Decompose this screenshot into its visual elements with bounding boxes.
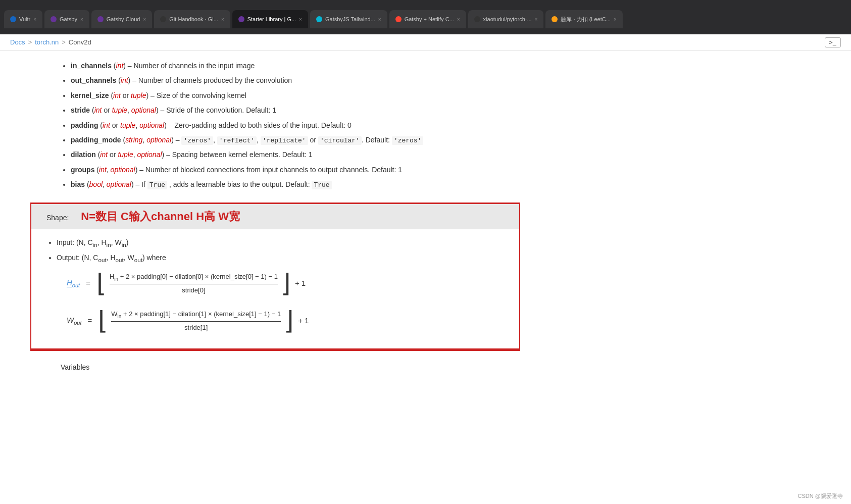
tab-gatsbyjs-tailwind-label: GatsbyJS Tailwind... [325, 16, 375, 22]
breadcrumb-sep2: > [62, 38, 66, 46]
param-groups-type: int [99, 166, 107, 174]
param-stride-type2: tuple [112, 106, 127, 114]
xiaotudui-favicon [474, 16, 480, 22]
tab-leetcode[interactable]: 题库 · 力扣 (LeetC... × [545, 10, 622, 28]
param-padding-mode-or2: or [310, 136, 318, 144]
param-bias-name: bias [71, 180, 85, 188]
param-kernel-size-tuple: tuple [131, 91, 146, 99]
param-in-channels-type: int [116, 62, 123, 70]
param-groups: groups (int, optional) – Number of block… [71, 163, 586, 177]
param-padding-mode: padding_mode (string, optional) – 'zeros… [71, 133, 586, 147]
param-padding-mode-default: 'zeros' [392, 136, 424, 145]
tab-vultr[interactable]: Vultr × [4, 10, 42, 28]
tab-gatsby-netlify[interactable]: Gatsby + Netlify C... × [389, 10, 466, 28]
watermark: CSDN @骥爱逛寺 [798, 492, 843, 500]
param-dilation-type2: tuple [118, 150, 133, 159]
param-in-channels-name: in_channels [71, 62, 112, 70]
fraction-h-num: Hin + 2 × padding[0] − dilation[0] × (ke… [110, 273, 278, 284]
param-dilation-optional: optional [137, 150, 162, 159]
breadcrumb-torch-nn[interactable]: torch.nn [35, 38, 59, 46]
formula-w-row: Wout = ⌊ Win + 2 × padding[1] − dilation… [67, 308, 489, 333]
param-padding-mode-optional: optional [146, 136, 171, 144]
param-padding-mode-dash: – [176, 136, 182, 144]
main-content: in_channels (int) – Number of channels i… [0, 51, 606, 379]
tab-leetcode-label: 题库 · 力扣 (LeetC... [561, 16, 610, 23]
param-bias-true1: True [147, 181, 167, 189]
fraction-h-den: stride[0] [182, 284, 205, 294]
param-dilation-name: dilation [71, 150, 96, 159]
param-out-channels-type: int [121, 76, 128, 84]
vultr-favicon [10, 16, 16, 22]
param-bias-type: bool [89, 180, 103, 188]
browser-chrome: Vultr × Gatsby × Gatsby Cloud × Git Hand… [0, 0, 851, 34]
tab-gatsby-label: Gatsby [60, 16, 77, 22]
io-list: Input: (N, Cin, Hin, Win) Output: (N, Co… [46, 235, 504, 266]
param-stride-desc: – Stride of the convolution. Default: 1 [160, 106, 276, 114]
param-padding: padding (int or tuple, optional) – Zero-… [71, 118, 586, 133]
tab-gatsby-cloud[interactable]: Gatsby Cloud × [91, 10, 153, 28]
tab-gatsby-cloud-label: Gatsby Cloud [107, 16, 140, 22]
param-padding-mode-name: padding_mode [71, 136, 121, 144]
shape-output: Output: (N, Cout, Hout, Wout) where [57, 250, 504, 266]
cin-sub: in [93, 241, 97, 247]
red-border-bottom [30, 349, 520, 351]
gatsbyjs-tailwind-favicon [316, 16, 322, 22]
tab-gatsbyjs-tailwind-close[interactable]: × [378, 17, 381, 22]
shape-header: Shape: N=数目 C输入channel H高 W宽 [31, 204, 519, 229]
formula-h-row: Hout = ⌊ Hin + 2 × padding[0] − dilation… [67, 271, 489, 296]
param-kernel-size-desc: – Size of the convolving kernel [151, 91, 246, 99]
tab-gatsbyjs-tailwind[interactable]: GatsbyJS Tailwind... × [310, 10, 387, 28]
cout-sub: out [98, 256, 106, 263]
param-padding-type2: tuple [120, 121, 135, 129]
param-stride-optional: optional [131, 106, 156, 114]
win-num-sub: in [118, 314, 122, 319]
tab-xiaotudui-close[interactable]: × [535, 17, 538, 22]
gatsby-favicon [51, 16, 57, 22]
param-dilation-or: or [110, 150, 118, 159]
formula-container: Hout = ⌊ Hin + 2 × padding[0] − dilation… [46, 266, 504, 333]
git-handbook-favicon [160, 16, 166, 22]
param-padding-mode-reflect: 'reflect' [217, 136, 257, 145]
tab-gatsby-cloud-close[interactable]: × [143, 17, 146, 22]
param-kernel-size-type: int [113, 91, 121, 99]
shape-section: Shape: N=数目 C输入channel H高 W宽 Input: (N, … [30, 204, 520, 349]
page: Docs > torch.nn > Conv2d >_ in_channels … [0, 34, 851, 504]
param-groups-optional: optional [111, 166, 135, 174]
gatsby-cloud-favicon [97, 16, 104, 22]
param-in-channels-desc: – Number of channels in the input image [128, 62, 255, 70]
tab-git-handbook[interactable]: Git Handbook · Gi... × [154, 10, 230, 28]
shape-io-list: Input: (N, Cin, Hin, Win) Output: (N, Co… [31, 235, 519, 333]
formula-w-lhs: Wout [67, 316, 81, 326]
param-padding-optional: optional [139, 121, 164, 129]
tab-starter-library-label: Starter Library | G... [247, 16, 296, 22]
wout-lhs-sub: out [74, 320, 81, 326]
tab-xiaotudui[interactable]: xiaotudui/pytorch-... × [468, 10, 544, 28]
tab-gatsby[interactable]: Gatsby × [44, 10, 89, 28]
terminal-button[interactable]: >_ [825, 37, 841, 47]
shape-input: Input: (N, Cin, Hin, Win) [57, 235, 504, 250]
param-stride: stride (int or tuple, optional) – Stride… [71, 103, 586, 118]
param-kernel-size-or: or [123, 91, 131, 99]
param-bias-true2: True [312, 181, 331, 189]
tab-gatsby-netlify-close[interactable]: × [457, 17, 460, 22]
breadcrumb-docs[interactable]: Docs [10, 38, 25, 46]
right-floor-h: ⌋ [281, 271, 291, 296]
formula-w-eq: = [87, 316, 92, 325]
left-floor-h: ⌊ [96, 271, 107, 296]
tab-vultr-close[interactable]: × [33, 17, 36, 22]
param-bias-optional: optional [107, 180, 131, 188]
tab-git-handbook-label: Git Handbook · Gi... [169, 16, 218, 22]
tab-gatsby-close[interactable]: × [80, 17, 83, 22]
tab-starter-library[interactable]: Starter Library | G... × [232, 10, 308, 28]
param-stride-or: or [104, 106, 112, 114]
tab-xiaotudui-label: xiaotudui/pytorch-... [483, 16, 532, 22]
tab-starter-library-close[interactable]: × [299, 17, 302, 22]
param-out-channels-desc: – Number of channels produced by the con… [132, 76, 292, 84]
win-sub: in [122, 241, 126, 247]
param-dilation: dilation (int or tuple, optional) – Spac… [71, 147, 586, 162]
input-text: Input: (N, Cin, Hin, Win) [57, 238, 128, 246]
param-padding-name: padding [71, 121, 98, 129]
tab-git-handbook-close[interactable]: × [221, 17, 224, 22]
tab-leetcode-close[interactable]: × [614, 17, 617, 22]
leetcode-favicon [552, 16, 558, 22]
